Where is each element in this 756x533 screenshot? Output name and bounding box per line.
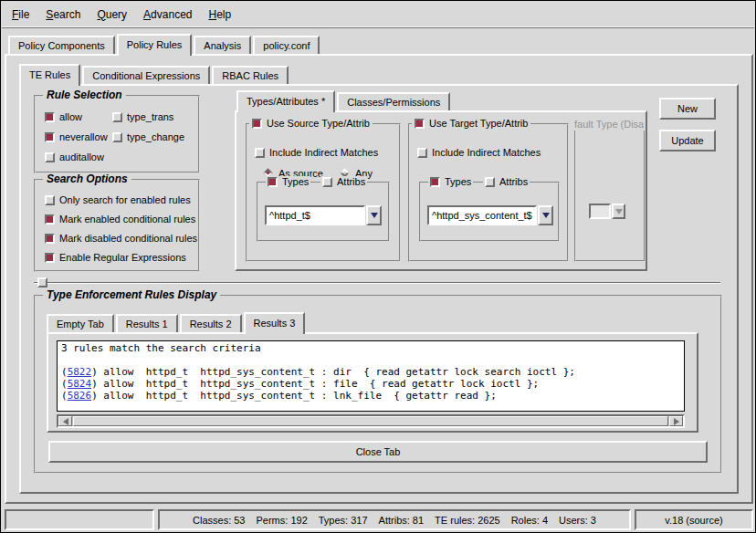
target-indirect-checkbox[interactable]: Include Indirect Matches bbox=[417, 147, 541, 158]
checkbox-mark-enabled-conditional[interactable]: Mark enabled conditional rules bbox=[45, 214, 195, 225]
checkbox-indicator bbox=[322, 177, 332, 187]
results-panel-frame: 3 rules match the search criteria (5822)… bbox=[47, 332, 698, 433]
checkbox-indicator bbox=[45, 253, 55, 263]
te-rule-line: (5822) allow httpd_t httpd_sys_content_t… bbox=[61, 366, 680, 378]
target-type-combo[interactable]: ^httpd_sys_content_t$ bbox=[427, 205, 553, 225]
checkbox-allow[interactable]: allow bbox=[45, 111, 82, 122]
scroll-right-button[interactable] bbox=[669, 416, 683, 426]
group-title: Rule Selection bbox=[43, 89, 126, 101]
menu-search[interactable]: Search bbox=[37, 5, 89, 24]
checkbox-auditallow[interactable]: auditallow bbox=[45, 152, 104, 162]
checkbox-neverallow[interactable]: neverallow bbox=[45, 131, 108, 142]
checkbox-label: allow bbox=[59, 111, 82, 122]
target-enable-checkbox[interactable]: Use Target Type/Attrib bbox=[412, 117, 530, 130]
tab-classes-permissions[interactable]: Classes/Permissions bbox=[337, 92, 450, 110]
rule-id-link[interactable]: 5822 bbox=[68, 366, 92, 378]
app-window: File Search Query Advanced Help Policy C… bbox=[0, 0, 756, 533]
source-types-checkbox[interactable]: Types bbox=[266, 176, 310, 187]
rule-id-link[interactable]: 5826 bbox=[68, 390, 92, 402]
source-type-combo[interactable]: ^httpd_t$ bbox=[265, 205, 382, 225]
combo-dropdown-button[interactable] bbox=[538, 205, 553, 225]
checkbox-type-change[interactable]: type_change bbox=[112, 131, 184, 142]
blank-line bbox=[61, 354, 680, 366]
rule-prefix: ( bbox=[61, 378, 68, 390]
checkbox-indicator bbox=[255, 148, 265, 158]
combo-dropdown-button[interactable] bbox=[366, 205, 382, 225]
tab-label: Policy Rules bbox=[127, 39, 183, 50]
checkbox-mark-disabled-conditional[interactable]: Mark disabled conditional rules bbox=[45, 233, 197, 244]
checkbox-label: neverallow bbox=[59, 131, 108, 142]
pane-sash-handle[interactable] bbox=[37, 277, 47, 287]
update-button[interactable]: Update bbox=[659, 130, 716, 152]
checkbox-label: Only search for enabled rules bbox=[59, 194, 191, 205]
status-panel-left bbox=[5, 509, 154, 530]
tab-conditional-expressions[interactable]: Conditional Expressions bbox=[82, 66, 210, 84]
source-attribs-checkbox[interactable]: Attribs bbox=[320, 176, 367, 187]
te-rule-line: (5826) allow httpd_t httpd_sys_content_t… bbox=[61, 390, 680, 402]
checkbox-label: Include Indirect Matches bbox=[432, 147, 541, 158]
results-summary: 3 rules match the search criteria bbox=[61, 342, 680, 354]
target-attribs-checkbox[interactable]: Attribs bbox=[483, 176, 530, 187]
tab-label: Results 3 bbox=[254, 318, 296, 329]
tab-rbac-rules[interactable]: RBAC Rules bbox=[212, 66, 289, 84]
scroll-left-button[interactable] bbox=[58, 416, 72, 426]
checkbox-type-trans[interactable]: type_trans bbox=[112, 111, 173, 122]
checkbox-only-enabled-rules[interactable]: Only search for enabled rules bbox=[45, 194, 191, 205]
stat-types: Types: 317 bbox=[319, 515, 368, 526]
tab-label: Types/Attributes * bbox=[247, 96, 325, 107]
te-rule-line: (5824) allow httpd_t httpd_sys_content_t… bbox=[61, 378, 680, 390]
source-enable-checkbox[interactable]: Use Source Type/Attrib bbox=[249, 117, 373, 130]
menu-help[interactable]: Help bbox=[200, 5, 239, 24]
default-type-combo-entry bbox=[589, 204, 611, 219]
tab-results-1[interactable]: Results 1 bbox=[116, 314, 178, 332]
default-type-group: fault Type (Disa bbox=[574, 123, 646, 262]
new-button[interactable]: New bbox=[659, 98, 716, 120]
tab-te-rules[interactable]: TE Rules bbox=[19, 64, 80, 86]
target-types-checkbox[interactable]: Types bbox=[428, 176, 473, 187]
rule-tab-bar: TE Rules Conditional Expressions RBAC Ru… bbox=[19, 64, 290, 84]
checkbox-label: auditallow bbox=[59, 152, 104, 162]
tab-label: RBAC Rules bbox=[222, 70, 278, 81]
group-title: fault Type (Disa bbox=[574, 118, 646, 131]
target-types-attribs-group: Types Attribs ^httpd_sys_content_t$ bbox=[419, 182, 560, 242]
stat-users: Users: 3 bbox=[559, 515, 596, 526]
source-type-combo-entry[interactable]: ^httpd_t$ bbox=[265, 205, 365, 225]
source-indirect-checkbox[interactable]: Include Indirect Matches bbox=[255, 147, 378, 158]
rule-id-link[interactable]: 5824 bbox=[68, 378, 92, 390]
tab-empty-tab[interactable]: Empty Tab bbox=[47, 314, 114, 332]
target-type-group: Use Target Type/Attrib Include Indirect … bbox=[408, 123, 569, 262]
tab-policy-components[interactable]: Policy Components bbox=[8, 36, 115, 54]
group-title: Search Options bbox=[43, 172, 131, 185]
arrow-right-icon bbox=[674, 418, 679, 425]
tab-results-3[interactable]: Results 3 bbox=[244, 312, 306, 334]
checkbox-indicator bbox=[112, 112, 122, 122]
stat-perms: Perms: 192 bbox=[257, 515, 308, 526]
menu-advanced[interactable]: Advanced bbox=[135, 5, 200, 24]
results-text-area[interactable]: 3 rules match the search criteria (5822)… bbox=[57, 340, 685, 412]
pane-sash[interactable] bbox=[34, 282, 720, 284]
close-tab-button[interactable]: Close Tab bbox=[48, 441, 708, 463]
menu-query[interactable]: Query bbox=[89, 5, 135, 24]
target-type-combo-entry[interactable]: ^httpd_sys_content_t$ bbox=[427, 205, 537, 225]
checkbox-indicator bbox=[485, 177, 495, 187]
status-panel-stats: Classes: 53 Perms: 192 Types: 317 Attrib… bbox=[158, 509, 631, 530]
tab-policy-rules[interactable]: Policy Rules bbox=[117, 34, 193, 56]
stat-roles: Roles: 4 bbox=[511, 515, 548, 526]
stat-classes: Classes: 53 bbox=[193, 515, 245, 526]
checkbox-indicator bbox=[415, 119, 425, 129]
tab-analysis[interactable]: Analysis bbox=[194, 36, 251, 54]
scrollbar-thumb[interactable] bbox=[73, 416, 668, 426]
group-title: Use Source Type/Attrib bbox=[267, 117, 370, 130]
rule-prefix: ( bbox=[61, 390, 68, 402]
tab-results-2[interactable]: Results 2 bbox=[180, 314, 242, 332]
version-label: v.18 (source) bbox=[665, 515, 722, 526]
checkbox-label: Mark enabled conditional rules bbox=[59, 214, 195, 225]
tab-policy-conf[interactable]: policy.conf bbox=[253, 36, 320, 54]
rule-prefix: ( bbox=[61, 366, 68, 378]
checkbox-enable-regex[interactable]: Enable Regular Expressions bbox=[45, 252, 186, 263]
types-attributes-tab-bar: Types/Attributes * Classes/Permissions bbox=[236, 92, 452, 110]
menu-bar: File Search Query Advanced Help bbox=[2, 2, 754, 26]
tab-types-attributes[interactable]: Types/Attributes * bbox=[236, 90, 335, 112]
menu-file[interactable]: File bbox=[4, 5, 37, 24]
horizontal-scrollbar[interactable] bbox=[57, 414, 685, 428]
